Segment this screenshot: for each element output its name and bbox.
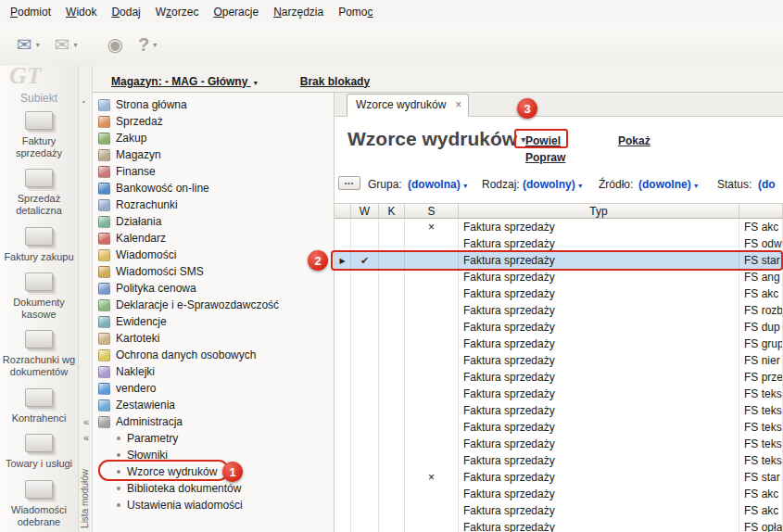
tree-item-10[interactable]: Wiadomości	[93, 247, 334, 263]
table-row[interactable]: Faktura sprzedażyFS dup	[335, 319, 783, 336]
tree-item-18[interactable]: vendero	[93, 380, 334, 397]
toolbar: ✉▾✉▾◉?▾	[0, 23, 783, 66]
header-typ[interactable]: Typ	[459, 204, 739, 218]
table-row[interactable]: Faktura sprzedażyFS teks	[335, 419, 783, 436]
header-indicator[interactable]	[335, 204, 351, 218]
row-indicator	[335, 269, 351, 285]
table-row[interactable]: Faktura sprzedażyFS nier	[335, 352, 783, 369]
table-row[interactable]: Faktura sprzedażyFS akc	[335, 285, 783, 302]
module-item-2[interactable]: Sprzedaż detaliczna	[0, 164, 78, 222]
table-row[interactable]: Faktura sprzedażyFS prze	[335, 369, 783, 386]
toolbar-button-2[interactable]: ✉▾	[47, 31, 85, 58]
cell-name: FS ang	[739, 269, 783, 285]
table-row[interactable]: Faktura sprzedażyFS rozb	[335, 302, 783, 319]
header-k[interactable]: K	[379, 204, 405, 218]
page-title[interactable]: Wzorce wydruków▾	[347, 128, 525, 150]
cell-k	[379, 502, 405, 519]
module-item-8[interactable]: Wiadomości odebrane	[0, 475, 78, 532]
menu-item-3[interactable]: Dodaj	[104, 2, 147, 22]
toolbar-button-4[interactable]: ?▾	[131, 31, 164, 58]
table-row[interactable]: Faktura sprzedażyFS akc	[335, 502, 783, 519]
cell-typ: Faktura sprzedaży	[459, 219, 739, 235]
module-item-1[interactable]: Faktury sprzedaży	[0, 107, 78, 164]
table-row[interactable]: Faktura sprzedażyFS akc	[335, 486, 783, 502]
tree-item-19[interactable]: Zestawienia	[93, 397, 334, 413]
header-w[interactable]: W	[351, 204, 379, 218]
cell-s: ×	[405, 219, 459, 235]
header-s[interactable]: S	[405, 204, 459, 218]
table-row[interactable]: Faktura sprzedażyFS opła	[335, 519, 783, 532]
module-list-label: Lista modułów	[80, 469, 90, 528]
tree-item-2[interactable]: Sprzedaż	[93, 113, 334, 130]
table-row[interactable]: ×Faktura sprzedażyFS akc	[335, 219, 783, 235]
module-item-4[interactable]: Dokumenty kasowe	[0, 268, 78, 325]
tree-item-15[interactable]: Kartoteki	[93, 330, 334, 347]
grupa-dropdown[interactable]: (dowolna)▼	[408, 178, 469, 191]
table-row[interactable]: ×Faktura sprzedażyFS star	[335, 469, 783, 486]
tree-item-14[interactable]: Ewidencje	[93, 313, 334, 330]
tree-item-20[interactable]: Administracja	[93, 413, 334, 430]
tree-item-4[interactable]: Magazyn	[93, 146, 334, 163]
table-row[interactable]: Faktura sprzedażyFS teks	[335, 402, 783, 419]
rodzaj-label: Rodzaj:	[482, 178, 520, 191]
zrodlo-dropdown[interactable]: (dowolne)▼	[638, 178, 700, 191]
tree-child-5[interactable]: Ustawienia wiadomości	[93, 497, 334, 513]
finance-icon	[98, 166, 110, 178]
table-row[interactable]: Faktura sprzedażyFS teks	[335, 436, 783, 452]
settlements-icon	[98, 199, 110, 211]
tree-child-4[interactable]: Biblioteka dokumentów	[93, 480, 334, 497]
messages-icon	[98, 249, 110, 261]
menu-item-6[interactable]: Narzędzia	[266, 2, 331, 22]
header-name[interactable]	[739, 204, 783, 218]
chevron-down-icon: ▼	[693, 183, 700, 189]
table-row[interactable]: Faktura sprzedażyFS teks	[335, 386, 783, 402]
brak-blokady-link[interactable]: Brak blokady	[300, 75, 370, 88]
tab-wzorce-wydrukow[interactable]: Wzorce wydruków ×	[347, 94, 469, 117]
table-row[interactable]: Faktura sprzedażyFS ang	[335, 269, 783, 285]
menu-item-4[interactable]: Wzorzec	[148, 2, 207, 22]
menubar: PodmiotWidokDodajWzorzecOperacjeNarzędzi…	[0, 0, 783, 23]
tree-item-17[interactable]: Naklejki	[93, 363, 334, 380]
menu-item-5[interactable]: Operacje	[206, 2, 266, 22]
pokaz-link[interactable]: Pokaż	[618, 134, 650, 147]
cell-w	[351, 452, 379, 469]
tree-child-label: Ustawienia wiadomości	[127, 499, 243, 512]
tree-item-9[interactable]: Kalendarz	[93, 230, 334, 247]
tree-item-3[interactable]: Zakup	[93, 130, 334, 146]
pin-icon[interactable]: •	[82, 97, 85, 106]
table-row[interactable]: Faktura sprzedażyFS grup	[335, 336, 783, 352]
table-row[interactable]: Faktura sprzedażyFS teks	[335, 452, 783, 469]
tree-item-8[interactable]: Działania	[93, 213, 334, 230]
menu-item-2[interactable]: Widok	[58, 2, 104, 22]
cell-k	[379, 336, 405, 352]
module-item-5[interactable]: Rozrachunki wg dokumentów	[0, 325, 78, 383]
tree-item-1[interactable]: Strona główna	[93, 96, 334, 113]
magazyn-dropdown[interactable]: Magazyn: - MAG - Główny ▾	[111, 75, 258, 88]
module-item-7[interactable]: Towary i usługi	[0, 429, 78, 475]
close-icon[interactable]: ×	[455, 99, 461, 110]
tree-item-5[interactable]: Finanse	[93, 163, 334, 180]
tree-item-6[interactable]: Bankowość on-line	[93, 180, 334, 196]
popraw-link[interactable]: Popraw	[525, 151, 565, 164]
toolbar-button-3[interactable]: ◉	[100, 31, 131, 58]
cell-typ: Faktura sprzedaży	[459, 419, 739, 436]
more-filters-button[interactable]: •••	[338, 176, 360, 190]
cell-k	[379, 219, 405, 235]
collapse-panel-button[interactable]: « «	[81, 414, 92, 445]
menu-item-1[interactable]: Podmiot	[3, 2, 58, 22]
menu-item-7[interactable]: Pomoc	[331, 2, 380, 22]
app-window: PodmiotWidokDodajWzorzecOperacjeNarzędzi…	[0, 0, 783, 532]
module-item-6[interactable]: Kontrahenci	[0, 384, 78, 430]
cell-name: FS akc	[739, 486, 783, 502]
tree-item-7[interactable]: Rozrachunki	[93, 196, 334, 213]
zrodlo-label: Źródło:	[599, 178, 633, 191]
tree-child-1[interactable]: Parametry	[93, 430, 334, 447]
tree-item-16[interactable]: Ochrona danych osobowych	[93, 347, 334, 363]
tree-item-12[interactable]: Polityka cenowa	[93, 280, 334, 297]
toolbar-button-1[interactable]: ✉▾	[9, 31, 47, 58]
tree-item-13[interactable]: Deklaracje i e-Sprawozdawczość	[93, 297, 334, 313]
status-dropdown[interactable]: (do	[758, 178, 776, 191]
rodzaj-dropdown[interactable]: (dowolny)▼	[523, 178, 584, 191]
tree-item-11[interactable]: Wiadomości SMS	[93, 263, 334, 280]
module-item-3[interactable]: Faktury zakupu	[0, 222, 78, 269]
